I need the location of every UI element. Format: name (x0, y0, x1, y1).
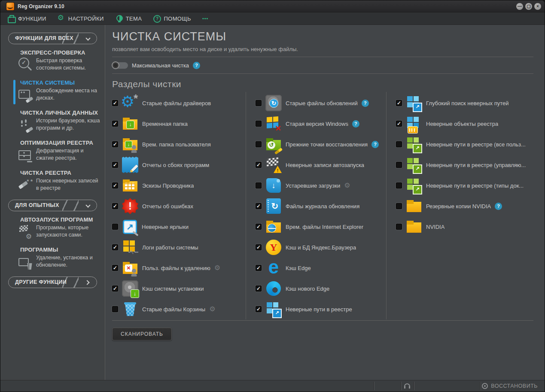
checkbox[interactable] (112, 162, 118, 168)
sidebar-section-header[interactable]: ФУНКЦИИ ДЛЯ ВСЕХ (8, 33, 97, 44)
gear-icon (58, 15, 65, 22)
checkbox[interactable] (256, 141, 262, 147)
close-icon[interactable]: × (534, 3, 541, 10)
checkbox[interactable] (112, 224, 118, 230)
checkbox[interactable] (396, 100, 402, 106)
thumbnails-folder-icon (122, 177, 138, 194)
cleanup-item[interactable]: Файлы журнала обновления (256, 196, 386, 216)
cleanup-item[interactable]: Глубокий поиск неверных путей (396, 93, 533, 113)
cleanup-item[interactable]: Логи работы системы (112, 237, 246, 258)
cleanup-item[interactable]: Кэш и БД Яндекс.Браузера (256, 237, 386, 258)
box-trash-icon (18, 254, 33, 270)
checkbox[interactable] (112, 265, 118, 271)
checkbox[interactable] (256, 224, 262, 230)
max-cleanup-toggle[interactable] (112, 62, 128, 69)
checkbox[interactable] (396, 203, 402, 209)
cleanup-item[interactable]: Старые файлы Корзины ⚙ (112, 299, 246, 319)
sidebar-section-header[interactable]: ДЛЯ ОПЫТНЫХ (8, 200, 97, 211)
sidebar-section-header[interactable]: ДРУГИЕ ФУНКЦИИ (8, 277, 97, 288)
toggle-knob[interactable] (112, 61, 119, 69)
menu-item[interactable]: НАСТРОЙКИ (58, 15, 104, 22)
restore-button[interactable]: ВОССТАНОВИТЬ (482, 380, 538, 392)
checkbox[interactable] (112, 244, 118, 250)
menu-item[interactable]: ТЕМА (115, 15, 142, 22)
cleanup-item[interactable]: Устаревшие загрузки ⚙ (256, 175, 386, 196)
checkbox[interactable] (256, 182, 262, 188)
checkbox[interactable] (112, 306, 118, 312)
cleanup-item[interactable]: Отчеты о сбоях программ (112, 155, 246, 175)
cleanup-item[interactable]: Врем. папка пользователя (112, 134, 246, 155)
sidebar-item[interactable]: АВТОЗАПУСК ПРОГРАММ Программы, которые з… (0, 216, 105, 246)
cleanup-item[interactable]: Прежние точки восстановления ? (256, 134, 386, 155)
checkbox[interactable] (256, 100, 262, 106)
help-icon[interactable]: ? (193, 62, 200, 69)
sidebar-item[interactable]: ЭКСПРЕСС-ПРОВЕРКА Быстрая проверка состо… (0, 49, 105, 79)
checkbox[interactable] (256, 244, 262, 250)
cleanup-item[interactable]: Временная папка (112, 113, 246, 134)
sidebar-item-description: Поиск неверных записей в реестре (36, 177, 100, 193)
help-icon[interactable]: ? (495, 203, 502, 210)
cleanup-item[interactable]: Старая версия Windows ? (256, 113, 386, 134)
cleanup-item[interactable]: Неверные пути в реестре (типы док... (396, 175, 533, 196)
cleanup-item[interactable]: Старые файлы обновлений ? (256, 93, 386, 113)
cleanup-item[interactable]: Старые файлы драйверов (112, 93, 246, 113)
cleanup-column-2: Старые файлы обновлений ? Старая версия … (246, 92, 387, 319)
sidebar-item[interactable]: ЧИСТКА РЕЕСТРА Поиск неверных записей в … (0, 170, 105, 200)
checkbox[interactable] (256, 286, 262, 292)
menu-item[interactable] (202, 15, 213, 22)
cleanup-item[interactable]: Врем. файлы Internet Explorer (256, 216, 386, 237)
sidebar-item[interactable]: ЧИСТКА СИСТЕМЫ Освобождение места на дис… (0, 79, 105, 109)
minimize-icon[interactable]: — (516, 3, 523, 10)
statusbar-divider (414, 382, 414, 390)
cleanup-item[interactable]: Резервные копии NVIDIA ? (396, 196, 533, 216)
checkbox[interactable] (256, 121, 262, 127)
menu-item-label: НАСТРОЙКИ (68, 15, 104, 22)
menu-item[interactable]: ПОМОЩЬ (153, 15, 191, 22)
cleanup-item[interactable]: Отчеты об ошибках (112, 196, 246, 216)
cleanup-item[interactable]: Неверные записи автозапуска (256, 155, 386, 175)
sidebar-item[interactable]: ОПТИМИЗАЦИЯ РЕЕСТРА Дефрагментация и сжа… (0, 140, 105, 170)
cleanup-item[interactable]: NVIDIA (396, 216, 533, 237)
sidebar-item[interactable]: ПРОГРАММЫ Удаление, установка и обновлен… (0, 246, 105, 277)
sidebar-item-title: ЭКСПРЕСС-ПРОВЕРКА (20, 49, 102, 56)
checkbox[interactable] (256, 203, 262, 209)
checkbox[interactable] (112, 141, 118, 147)
checkbox[interactable] (112, 182, 118, 188)
checkbox[interactable] (112, 100, 118, 106)
help-icon[interactable]: ? (352, 120, 359, 128)
checkbox[interactable] (256, 265, 262, 271)
headset-icon[interactable] (404, 383, 410, 389)
cleanup-item[interactable]: Кэш системы установки (112, 278, 246, 299)
maximize-icon[interactable]: ▢ (525, 3, 532, 10)
checkbox[interactable] (112, 203, 118, 209)
divider (112, 320, 533, 321)
checkbox[interactable] (396, 162, 402, 168)
cleanup-item[interactable]: Неверные пути в реестре (256, 299, 386, 319)
sidebar-item[interactable]: ЧИСТКА ЛИЧНЫХ ДАННЫХ Истории браузеров, … (0, 109, 105, 140)
cleanup-item[interactable]: Неверные пути в реестре (управляю... (396, 155, 533, 175)
checkbox[interactable] (256, 306, 262, 312)
checkbox[interactable] (112, 121, 118, 127)
crash-report-icon (122, 157, 138, 173)
gear-icon[interactable]: ⚙ (344, 182, 350, 189)
checkbox[interactable] (396, 141, 402, 147)
checkbox[interactable] (396, 182, 402, 188)
cleanup-item[interactable]: Неверные объекты реестра (396, 113, 533, 134)
menu-item[interactable]: ФУНКЦИИ (7, 15, 46, 22)
cleanup-item[interactable]: Эскизы Проводника (112, 175, 246, 196)
checkbox[interactable] (256, 162, 262, 168)
cleanup-item[interactable]: Неверные пути в реестре (все польз... (396, 134, 533, 155)
checkbox[interactable] (396, 224, 402, 230)
cleanup-item[interactable]: Кэш нового Edge (256, 278, 386, 299)
cleanup-item-label: Кэш и БД Яндекс.Браузера (286, 244, 356, 251)
help-icon[interactable]: ? (371, 141, 379, 148)
gear-icon[interactable]: ⚙ (209, 306, 215, 313)
scan-button[interactable]: СКАНИРОВАТЬ (112, 328, 172, 340)
checkbox[interactable] (396, 121, 402, 127)
cleanup-item[interactable]: Кэш Edge (256, 258, 386, 278)
cleanup-item[interactable]: Неверные ярлыки (112, 216, 246, 237)
help-icon[interactable]: ? (362, 100, 369, 107)
checkbox[interactable] (112, 286, 118, 292)
cleanup-item[interactable]: Польз. файлы к удалению ⚙ (112, 258, 246, 278)
gear-icon[interactable]: ⚙ (214, 264, 220, 271)
